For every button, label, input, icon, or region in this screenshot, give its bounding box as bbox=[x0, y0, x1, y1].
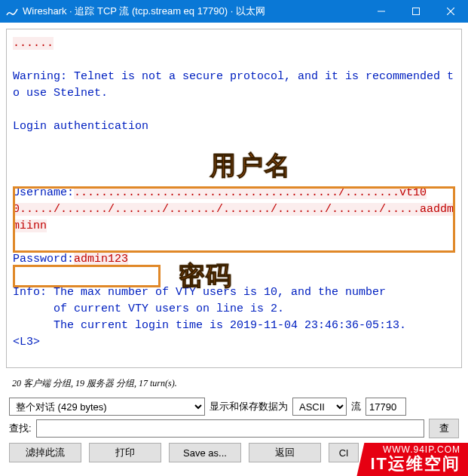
watermark: WWW.94IP.COM IT运维空间 bbox=[356, 443, 468, 476]
maximize-button[interactable] bbox=[399, 0, 433, 23]
close-button[interactable] bbox=[433, 0, 468, 23]
minimize-button[interactable] bbox=[364, 0, 399, 23]
username-dots2: ...../......./......./......./......./..… bbox=[20, 203, 420, 216]
stream-content-panel: ...... Warning: Telnet is not a secure p… bbox=[6, 29, 462, 368]
stream-number-input[interactable] bbox=[366, 398, 406, 416]
password-label: Password: bbox=[13, 253, 74, 266]
info-line2: of current VTY users on line is 2. bbox=[13, 302, 284, 315]
password-value: admin123 bbox=[74, 253, 128, 266]
stream-label: 流 bbox=[351, 400, 361, 413]
stream-warning: Warning: Telnet is not a secure protocol… bbox=[13, 70, 454, 100]
find-input[interactable] bbox=[36, 419, 424, 438]
row-find: 查找: 查 bbox=[9, 419, 459, 438]
username-dots: ......................................./… bbox=[74, 186, 399, 199]
watermark-title: IT运维空间 bbox=[370, 455, 460, 473]
close-dialog-button[interactable]: Cl bbox=[329, 443, 359, 462]
window-buttons bbox=[364, 0, 468, 23]
title-bar: Wireshark · 追踪 TCP 流 (tcp.stream eq 1779… bbox=[0, 0, 468, 23]
row-conversation: 整个对话 (429 bytes) 显示和保存数据为 ASCII 流 bbox=[9, 398, 459, 416]
info-line3: The current login time is 2019-11-04 23:… bbox=[13, 319, 406, 332]
filter-out-stream-button[interactable]: 滤掉此流 bbox=[9, 443, 81, 462]
annotation-label-username: 用户名 bbox=[210, 149, 292, 183]
packet-stats: 20 客户端 分组, 19 服务器 分组, 17 turn(s). bbox=[9, 374, 459, 395]
stream-login-auth: Login authentication bbox=[13, 120, 148, 133]
display-save-label: 显示和保存数据为 bbox=[210, 400, 288, 413]
stream-dots: ...... bbox=[13, 37, 54, 50]
username-label: Username: bbox=[13, 186, 74, 199]
annotation-label-password: 密码 bbox=[179, 259, 233, 293]
watermark-url: WWW.94IP.COM bbox=[370, 444, 460, 455]
back-button[interactable]: 返回 bbox=[249, 443, 321, 462]
window-title: Wireshark · 追踪 TCP 流 (tcp.stream eq 1779… bbox=[23, 5, 364, 18]
wireshark-icon bbox=[6, 5, 18, 17]
save-as-button[interactable]: Save as... bbox=[169, 443, 241, 462]
tcp-stream-text[interactable]: ...... Warning: Telnet is not a secure p… bbox=[13, 35, 455, 351]
find-label: 查找: bbox=[9, 422, 32, 435]
find-button[interactable]: 查 bbox=[429, 419, 459, 438]
svg-rect-1 bbox=[413, 8, 420, 15]
encoding-select[interactable]: ASCII bbox=[292, 398, 347, 416]
print-button[interactable]: 打印 bbox=[89, 443, 161, 462]
prompt: <L3> bbox=[13, 336, 40, 349]
conversation-select[interactable]: 整个对话 (429 bytes) bbox=[9, 398, 205, 416]
